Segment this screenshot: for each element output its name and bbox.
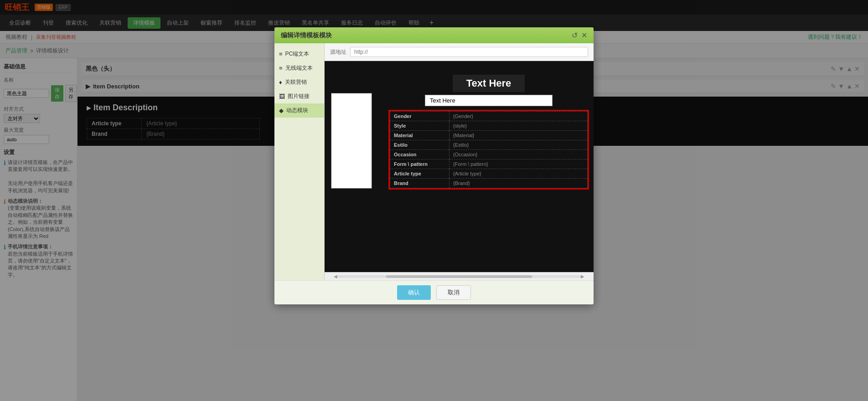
pt-value-7: {Brand} <box>450 179 588 188</box>
modal-nav-pc-text[interactable]: ≡ PC端文本 <box>274 47 324 61</box>
pt-label-7: Brand <box>390 179 450 188</box>
pt-value-3: {Estilo} <box>450 140 588 150</box>
scroll-track <box>337 275 581 278</box>
modal-main: 源地址 Text Here <box>325 43 594 280</box>
wireless-text-label: 无线端文本 <box>285 64 313 72</box>
pt-label-4: Occasion <box>390 150 450 159</box>
scroll-right-arrow[interactable]: ▶ <box>581 274 584 279</box>
wireless-text-icon: ≡ <box>279 65 283 72</box>
table-row: Brand {Brand} <box>390 179 588 188</box>
modal-footer: 确认 取消 <box>274 280 594 304</box>
pt-value-0: {Gender} <box>450 112 588 121</box>
modal-body: ≡ PC端文本 ≡ 无线端文本 ♦ 关联营销 🖼 图片链接 ◆ 动态模块 <box>274 43 594 280</box>
confirm-button[interactable]: 确认 <box>397 285 431 300</box>
table-row: Style {style} <box>390 121 588 131</box>
modal-nav-image-link[interactable]: 🖼 图片链接 <box>274 89 324 103</box>
cancel-button[interactable]: 取消 <box>436 285 471 300</box>
pt-value-6: {Article type} <box>450 169 588 179</box>
modal-sidebar: ≡ PC端文本 ≡ 无线端文本 ♦ 关联营销 🖼 图片链接 ◆ 动态模块 <box>274 43 325 280</box>
preview-red-border: Gender {Gender} Style {style} Material {… <box>388 110 589 190</box>
preview-table: Gender {Gender} Style {style} Material {… <box>390 111 588 188</box>
guanlian-icon: ♦ <box>279 79 282 86</box>
table-row: Form \ pattern {Form \ pattern} <box>390 159 588 169</box>
pt-label-2: Material <box>390 131 450 140</box>
preview-white-block <box>331 93 372 189</box>
preview-content: Text Here Gender {Gender} <box>384 61 594 190</box>
preview-text-field[interactable] <box>425 95 553 106</box>
modal-header-icons: ↺ ✕ <box>572 31 587 40</box>
guanlian-label: 关联营销 <box>285 78 307 86</box>
pt-value-1: {style} <box>450 121 588 131</box>
modal-close-icon[interactable]: ✕ <box>581 31 587 40</box>
modal-url-bar: 源地址 <box>325 43 594 61</box>
scroll-thumb[interactable] <box>386 275 532 278</box>
table-row: Article type {Article type} <box>390 169 588 179</box>
url-input[interactable] <box>350 47 588 57</box>
modal-nav-wireless-text[interactable]: ≡ 无线端文本 <box>274 61 324 75</box>
preview-heading-bg: Text Here <box>453 75 525 92</box>
image-link-label: 图片链接 <box>288 93 310 100</box>
image-link-icon: 🖼 <box>279 93 285 100</box>
table-row: Estilo {Estilo} <box>390 140 588 150</box>
dynamic-icon: ◆ <box>279 107 284 114</box>
modal-refresh-icon[interactable]: ↺ <box>572 31 578 40</box>
modal-scrollbar: ◀ ▶ <box>325 272 594 280</box>
scroll-left-arrow[interactable]: ◀ <box>334 274 337 279</box>
pt-label-3: Estilo <box>390 140 450 150</box>
modal-nav-dynamic[interactable]: ◆ 动态模块 <box>274 103 324 118</box>
table-row: Gender {Gender} <box>390 112 588 121</box>
url-label: 源地址 <box>330 48 346 56</box>
dynamic-label: 动态模块 <box>286 107 308 114</box>
modal-header: 编辑详情模板模块 ↺ ✕ <box>274 27 594 43</box>
preview-heading: Text Here <box>466 77 512 89</box>
pt-value-5: {Form \ pattern} <box>450 159 588 169</box>
preview-input-wrapper <box>384 95 594 106</box>
modal-overlay: 编辑详情模板模块 ↺ ✕ ≡ PC端文本 ≡ 无线端文本 ♦ 关联营销 <box>0 0 868 401</box>
table-row: Occasion {Occasion} <box>390 150 588 159</box>
pt-label-6: Article type <box>390 169 450 179</box>
pt-value-2: {Material} <box>450 131 588 140</box>
modal-title: 编辑详情模板模块 <box>281 31 332 40</box>
preview-heading-wrapper: Text Here <box>384 66 594 95</box>
modal: 编辑详情模板模块 ↺ ✕ ≡ PC端文本 ≡ 无线端文本 ♦ 关联营销 <box>274 27 594 304</box>
pt-label-1: Style <box>390 121 450 131</box>
preview-area: Text Here Gender {Gender} <box>325 61 594 272</box>
table-row: Material {Material} <box>390 131 588 140</box>
pt-label-0: Gender <box>390 112 450 121</box>
pc-text-label: PC端文本 <box>285 50 310 58</box>
pt-value-4: {Occasion} <box>450 150 588 159</box>
pt-label-5: Form \ pattern <box>390 159 450 169</box>
pc-text-icon: ≡ <box>279 51 283 57</box>
modal-nav-guanlian[interactable]: ♦ 关联营销 <box>274 75 324 89</box>
